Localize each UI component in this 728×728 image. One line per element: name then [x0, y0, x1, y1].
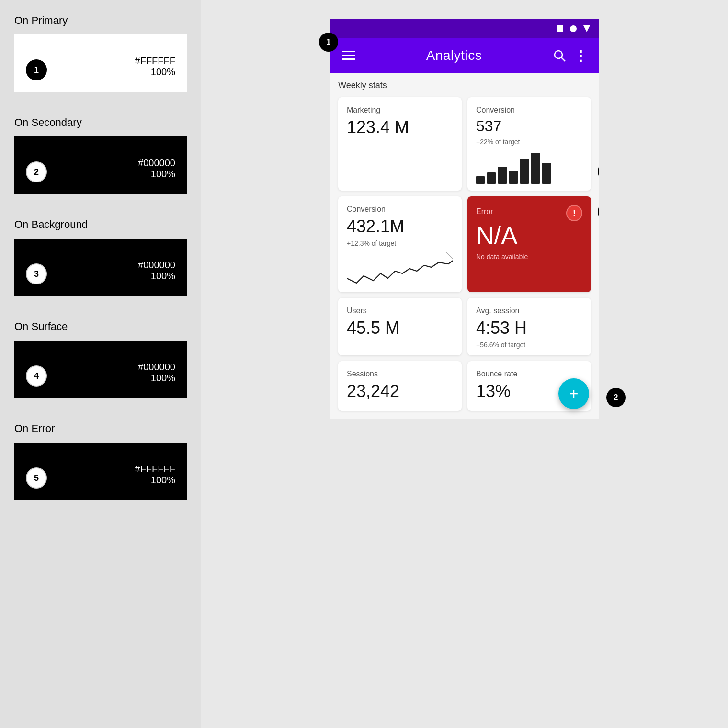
- conversion-line-sub: +12.3% of target: [347, 239, 453, 247]
- status-bar: [330, 19, 599, 38]
- on-primary-color-block: 1 #FFFFFF 100%: [14, 34, 187, 92]
- right-panel: 1 Analytics: [201, 0, 728, 728]
- error-value: N/A: [476, 221, 582, 250]
- fab-button[interactable]: +: [558, 378, 589, 409]
- bar-6: [531, 153, 540, 184]
- bar-4: [509, 171, 518, 184]
- badge-4: 4: [26, 365, 47, 387]
- users-card: Users 45.5 M: [338, 298, 462, 355]
- badge-1: 1: [26, 59, 47, 80]
- bar-7: [542, 163, 551, 184]
- weekly-stats-label: Weekly stats: [338, 80, 591, 91]
- avg-session-label: Avg. session: [476, 307, 582, 315]
- content-area: 3 Weekly stats Marketing 123.4 M 4 Conve…: [330, 73, 599, 419]
- annotation-1: 1: [319, 33, 338, 52]
- bar-3: [498, 167, 507, 184]
- users-value: 45.5 M: [347, 318, 453, 338]
- users-label: Users: [347, 307, 453, 315]
- on-error-title: On Error: [14, 422, 187, 435]
- conversion-bar-card: 4 Conversion 537 +22% of target: [467, 97, 591, 191]
- on-primary-title: On Primary: [14, 14, 187, 27]
- error-card-header: Error !: [476, 205, 582, 221]
- conversion-bar-value: 537: [476, 117, 582, 135]
- bar-1: [476, 176, 485, 184]
- marketing-value: 123.4 M: [347, 117, 453, 137]
- status-circle-icon: [569, 24, 578, 33]
- svg-point-6: [555, 51, 562, 58]
- on-surface-hex: #000000: [138, 362, 175, 373]
- on-background-color-block: 3 #000000 100%: [14, 239, 187, 296]
- fab-icon: +: [569, 385, 579, 403]
- bounce-rate-label: Bounce rate: [476, 370, 582, 378]
- avg-session-card: Avg. session 4:53 H +56.6% of target: [467, 298, 591, 355]
- annotation-5: 5: [598, 202, 599, 221]
- app-bar: Analytics ⋮: [330, 38, 599, 73]
- badge-3: 3: [26, 263, 47, 284]
- conversion-line-value: 432.1M: [347, 216, 453, 237]
- conversion-bar-label: Conversion: [476, 106, 582, 114]
- on-secondary-title: On Secondary: [14, 116, 187, 129]
- on-surface-title: On Surface: [14, 320, 187, 333]
- on-secondary-section: On Secondary 2 #000000 100%: [0, 102, 201, 204]
- line-chart: [347, 252, 453, 285]
- error-card: 5 Error ! N/A No data available: [467, 196, 591, 292]
- badge-2: 2: [26, 161, 47, 182]
- bar-2: [487, 172, 496, 184]
- status-square-icon: [556, 24, 564, 33]
- on-error-hex: #FFFFFF: [135, 464, 175, 475]
- left-panel: On Primary 1 #FFFFFF 100% On Secondary 2…: [0, 0, 201, 728]
- more-button[interactable]: ⋮: [572, 47, 589, 64]
- on-secondary-color-block: 2 #000000 100%: [14, 136, 187, 194]
- on-error-section: On Error 5 #FFFFFF 100%: [0, 408, 201, 510]
- on-error-color-block: 5 #FFFFFF 100%: [14, 443, 187, 500]
- bar-chart: [476, 150, 582, 184]
- svg-line-7: [561, 57, 565, 61]
- annotation-4: 4: [598, 162, 599, 181]
- on-background-title: On Background: [14, 218, 187, 231]
- error-badge-icon: !: [566, 205, 582, 221]
- on-primary-section: On Primary 1 #FFFFFF 100%: [0, 0, 201, 102]
- phone-mockup: 1 Analytics: [330, 19, 599, 419]
- on-secondary-hex: #000000: [138, 158, 175, 169]
- on-primary-hex: #FFFFFF: [135, 56, 175, 67]
- annotation-2: 2: [606, 388, 626, 407]
- svg-line-8: [446, 252, 453, 259]
- status-triangle-icon: [582, 24, 591, 33]
- on-primary-opacity: 100%: [151, 67, 175, 78]
- svg-rect-0: [557, 25, 563, 32]
- on-surface-section: On Surface 4 #000000 100%: [0, 306, 201, 408]
- error-label: Error: [476, 207, 493, 216]
- cards-grid: Marketing 123.4 M 4 Conversion 537 +22% …: [338, 97, 591, 411]
- on-background-hex: #000000: [138, 260, 175, 271]
- on-error-opacity: 100%: [151, 475, 175, 486]
- on-background-opacity: 100%: [151, 271, 175, 282]
- avg-session-sub: +56.6% of target: [476, 341, 582, 349]
- svg-marker-2: [583, 25, 590, 32]
- conversion-line-card: Conversion 432.1M +12.3% of target: [338, 196, 462, 292]
- error-sub: No data available: [476, 253, 582, 261]
- app-title: Analytics: [357, 48, 551, 63]
- marketing-label: Marketing: [347, 106, 453, 114]
- sessions-label: Sessions: [347, 370, 453, 378]
- svg-point-1: [570, 25, 577, 32]
- bar-5: [520, 159, 529, 184]
- sessions-value: 23,242: [347, 381, 453, 401]
- on-surface-color-block: 4 #000000 100%: [14, 341, 187, 398]
- conversion-line-label: Conversion: [347, 205, 453, 214]
- svg-rect-4: [342, 55, 355, 56]
- badge-5: 5: [26, 467, 47, 489]
- on-surface-opacity: 100%: [151, 373, 175, 384]
- marketing-card: Marketing 123.4 M: [338, 97, 462, 191]
- menu-button[interactable]: [340, 47, 357, 64]
- content-wrapper: 3 Weekly stats Marketing 123.4 M 4 Conve…: [330, 73, 599, 419]
- on-secondary-opacity: 100%: [151, 169, 175, 180]
- conversion-bar-sub: +22% of target: [476, 138, 582, 146]
- sessions-card: Sessions 23,242: [338, 361, 462, 411]
- on-background-section: On Background 3 #000000 100%: [0, 204, 201, 306]
- search-button[interactable]: [551, 47, 568, 64]
- svg-rect-3: [342, 51, 355, 52]
- avg-session-value: 4:53 H: [476, 318, 582, 338]
- svg-rect-5: [342, 58, 355, 60]
